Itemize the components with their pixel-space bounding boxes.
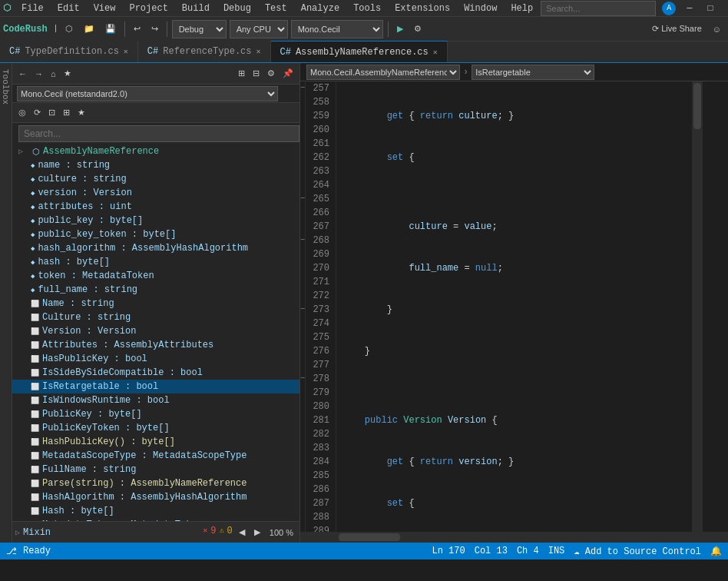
scrollbar-thumb[interactable] (693, 83, 701, 129)
symbol-search-input[interactable] (18, 125, 299, 142)
code-member-dropdown[interactable]: IsRetargetable (472, 65, 594, 80)
tree-item-attributes-prop[interactable]: ⬜ Attributes : AssemblyAttributes (12, 338, 299, 352)
menu-project[interactable]: Project (123, 2, 174, 15)
toolbar-icons[interactable]: ⚙ (410, 20, 425, 38)
tree-item-culture[interactable]: ◆ culture : string (12, 172, 299, 186)
gutter-empty-1 (300, 95, 305, 109)
window-maximize[interactable]: □ (703, 2, 717, 15)
home-button[interactable]: ⌂ (48, 68, 59, 80)
back-button[interactable]: ← (15, 68, 30, 80)
pin-button[interactable]: 📌 (280, 67, 296, 80)
redo-button[interactable]: ↪ (147, 20, 162, 38)
tree-item-version-prop[interactable]: ⬜ Version : Version (12, 324, 299, 338)
new-file-button[interactable]: ⬡ (61, 20, 77, 38)
tree-item-version-field[interactable]: ◆ version : Version (12, 186, 299, 200)
undo-button[interactable]: ↩ (130, 20, 144, 38)
toolbox-tab[interactable]: Toolbox (0, 63, 12, 543)
tree-item-hash-field[interactable]: ◆ hash : byte[] (12, 255, 299, 269)
expand-button[interactable]: ⊞ (235, 67, 248, 80)
collapse-278[interactable]: − (300, 372, 305, 386)
code-namespace-dropdown[interactable]: Mono.Cecil.AssemblyNameReference (306, 65, 460, 80)
vertical-scrollbar[interactable] (692, 81, 703, 532)
tree-item-hash-algo-field[interactable]: ◆ hash_algorithm : AssemblyHashAlgorithm (12, 241, 299, 255)
h-scrollbar-thumb[interactable] (339, 533, 400, 541)
main-content: Toolbox ← → ⌂ ★ ⊞ ⊟ ⚙ 📌 Mono.Cecil (nets… (0, 63, 728, 543)
nav-locate-button[interactable]: ◎ (15, 106, 29, 119)
code-text-area[interactable]: get { return culture; } set { culture = … (336, 81, 692, 532)
tree-item-isretargetable-prop[interactable]: ⬜ IsRetargetable : bool (12, 380, 299, 393)
tab-referencetype-close[interactable]: ✕ (256, 47, 260, 56)
add-source-control-button[interactable]: ☁ Add to Source Control (574, 546, 701, 557)
nav-sync-button[interactable]: ⟳ (31, 106, 44, 119)
window-close[interactable]: ✕ (724, 1, 728, 15)
tab-assemblynamereference-close[interactable]: ✕ (433, 48, 438, 57)
tree-item-fullname-field[interactable]: ◆ full_name : string (12, 283, 299, 297)
tab-typedefinition-close[interactable]: ✕ (124, 47, 128, 56)
global-search-input[interactable] (541, 1, 656, 16)
tree-item-attributes-field[interactable]: ◆ attributes : uint (12, 200, 299, 214)
menu-tools[interactable]: Tools (347, 2, 387, 15)
collapse-270[interactable]: − (300, 234, 305, 247)
menu-debug[interactable]: Debug (217, 2, 257, 15)
menu-file[interactable]: File (15, 2, 50, 15)
feedback-button[interactable]: ☺ (709, 20, 725, 38)
live-share-button[interactable]: ⟳ Live Share (648, 20, 706, 38)
tree-item-public-key-field[interactable]: ◆ public_key : byte[] (12, 214, 299, 227)
main-toolbar: CodeRush | ⬡ 📁 💾 ↩ ↪ Debug Release Any C… (0, 17, 728, 42)
tree-item-publickey-prop[interactable]: ⬜ PublicKey : byte[] (12, 407, 299, 421)
configuration-dropdown[interactable]: Debug Release (172, 20, 227, 38)
horizontal-scrollbar[interactable] (300, 532, 728, 543)
window-minimize[interactable]: ─ (682, 2, 697, 15)
menu-edit[interactable]: Edit (51, 2, 86, 15)
menu-extensions[interactable]: Extensions (389, 2, 456, 15)
nav-next-button[interactable]: ▶ (251, 526, 263, 539)
tree-item-token-field[interactable]: ◆ token : MetadataToken (12, 269, 299, 283)
code-content-area[interactable]: − − − − − (300, 81, 728, 532)
tree-item-hashalgorithm-prop[interactable]: ⬜ HashAlgorithm : AssemblyHashAlgorithm (12, 490, 299, 504)
tree-item-fullname-prop[interactable]: ⬜ FullName : string (12, 463, 299, 476)
tree-item-hash-prop[interactable]: ⬜ Hash : byte[] (12, 504, 299, 518)
tree-item-metadatascopetype-prop[interactable]: ⬜ MetadataScopeType : MetadataScopeType (12, 449, 299, 463)
collapse-button[interactable]: ⊟ (250, 67, 263, 80)
tree-item-publickeytoken-prop[interactable]: ⬜ PublicKeyToken : byte[] (12, 421, 299, 435)
collapse-274[interactable]: − (300, 303, 305, 317)
tree-item-iswindowsruntime-prop[interactable]: ⬜ IsWindowsRuntime : bool (12, 393, 299, 407)
tree-item-name[interactable]: ◆ name : string (12, 158, 299, 172)
collapse-260[interactable]: − (300, 81, 305, 95)
notifications-icon[interactable]: 🔔 (710, 546, 722, 557)
collapse-268[interactable]: − (300, 192, 305, 206)
menu-analyze[interactable]: Analyze (295, 2, 346, 15)
start-debug-button[interactable]: ▶ (393, 20, 407, 38)
nav-filter-button[interactable]: ⊡ (45, 106, 58, 119)
tree-item-assemblynamereference[interactable]: ▷ ⬡ AssemblyNameReference (12, 144, 299, 158)
namespace-dropdown[interactable]: Mono.Cecil (netstandard2.0) (17, 86, 278, 101)
project-dropdown[interactable]: Mono.Cecil (291, 20, 383, 38)
nav-star[interactable]: ★ (74, 106, 88, 119)
prop-icon-9: ⬜ (31, 424, 39, 433)
tree-item-name-prop[interactable]: ⬜ Name : string (12, 297, 299, 310)
tab-referencetype[interactable]: C# ReferenceType.cs ✕ (138, 41, 271, 62)
tab-assemblynamereference[interactable]: C# AssemblyNameReference.cs ✕ (271, 41, 448, 62)
code-line-262: } (342, 303, 686, 317)
forward-button[interactable]: → (31, 68, 46, 80)
nav-expand-all[interactable]: ⊞ (60, 106, 73, 119)
open-file-button[interactable]: 📁 (80, 20, 98, 38)
nav-prev-button[interactable]: ◀ (236, 526, 248, 539)
tree-item-culture-prop[interactable]: ⬜ Culture : string (12, 310, 299, 324)
platform-dropdown[interactable]: Any CPU x86 x64 (230, 20, 288, 38)
save-button[interactable]: 💾 (101, 20, 120, 38)
tree-item-public-key-token-field[interactable]: ◆ public_key_token : byte[] (12, 227, 299, 241)
menu-build[interactable]: Build (176, 2, 216, 15)
settings-icon[interactable]: ⚙ (264, 67, 278, 80)
tree-item-isside-prop[interactable]: ⬜ IsSideBySideCompatible : bool (12, 366, 299, 380)
tree-item-haspublickey-prop[interactable]: ⬜ HasPublicKey : bool (12, 352, 299, 366)
tree-item-parse-method[interactable]: ⬜ Parse(string) : AssemblyNameReference (12, 476, 299, 490)
menu-help[interactable]: Help (505, 2, 539, 15)
menu-test[interactable]: Test (259, 2, 293, 15)
menu-view[interactable]: View (88, 2, 122, 15)
bookmark-button[interactable]: ★ (61, 67, 74, 80)
zoom-level[interactable]: 100 % (266, 526, 296, 539)
tab-typedefinition[interactable]: C# TypeDefinition.cs ✕ (0, 41, 138, 62)
menu-window[interactable]: Window (458, 2, 503, 15)
tree-item-hashpublickey-method[interactable]: ⬜ HashPublicKey() : byte[] (12, 435, 299, 449)
